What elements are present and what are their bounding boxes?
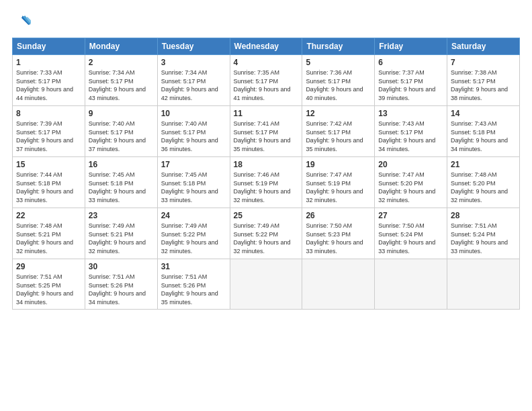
day-info: Sunrise: 7:50 AMSunset: 5:23 PMDaylight:… bbox=[306, 222, 371, 255]
day-info: Sunrise: 7:38 AMSunset: 5:17 PMDaylight:… bbox=[451, 68, 516, 102]
day-info: Sunrise: 7:49 AMSunset: 5:21 PMDaylight:… bbox=[89, 222, 154, 255]
day-number: 14 bbox=[451, 109, 516, 118]
day-number: 8 bbox=[16, 109, 81, 118]
day-number: 16 bbox=[89, 160, 154, 169]
logo bbox=[12, 12, 34, 31]
calendar-cell: 31Sunrise: 7:51 AMSunset: 5:26 PMDayligh… bbox=[157, 259, 230, 310]
day-number: 22 bbox=[16, 211, 81, 220]
col-header-friday: Friday bbox=[375, 38, 447, 55]
logo-icon bbox=[12, 12, 31, 31]
header bbox=[12, 12, 520, 31]
calendar-cell: 9Sunrise: 7:40 AMSunset: 5:17 PMDaylight… bbox=[85, 106, 157, 157]
day-info: Sunrise: 7:35 AMSunset: 5:17 PMDaylight:… bbox=[234, 68, 299, 102]
week-row-2: 8Sunrise: 7:39 AMSunset: 5:17 PMDaylight… bbox=[13, 106, 520, 157]
day-number: 3 bbox=[161, 58, 226, 67]
calendar-cell: 6Sunrise: 7:37 AMSunset: 5:17 PMDaylight… bbox=[375, 55, 447, 106]
day-number: 21 bbox=[451, 160, 516, 169]
day-number: 11 bbox=[234, 109, 299, 118]
day-number: 31 bbox=[161, 262, 226, 271]
day-number: 25 bbox=[234, 211, 299, 220]
day-number: 4 bbox=[234, 58, 299, 67]
calendar-cell: 8Sunrise: 7:39 AMSunset: 5:17 PMDaylight… bbox=[13, 106, 85, 157]
week-row-5: 29Sunrise: 7:51 AMSunset: 5:25 PMDayligh… bbox=[13, 259, 520, 310]
day-number: 9 bbox=[89, 109, 154, 118]
calendar-cell: 25Sunrise: 7:49 AMSunset: 5:22 PMDayligh… bbox=[230, 208, 302, 259]
col-header-thursday: Thursday bbox=[302, 38, 375, 55]
day-info: Sunrise: 7:43 AMSunset: 5:17 PMDaylight:… bbox=[378, 120, 443, 153]
day-number: 10 bbox=[161, 109, 226, 118]
calendar-cell: 13Sunrise: 7:43 AMSunset: 5:17 PMDayligh… bbox=[375, 106, 447, 157]
day-number: 12 bbox=[306, 109, 371, 118]
day-number: 23 bbox=[89, 211, 154, 220]
day-number: 7 bbox=[451, 58, 516, 67]
calendar-header-row: SundayMondayTuesdayWednesdayThursdayFrid… bbox=[13, 38, 520, 55]
day-number: 26 bbox=[306, 211, 371, 220]
day-number: 17 bbox=[161, 160, 226, 169]
day-info: Sunrise: 7:44 AMSunset: 5:18 PMDaylight:… bbox=[16, 171, 81, 204]
day-number: 2 bbox=[89, 58, 154, 67]
day-info: Sunrise: 7:51 AMSunset: 5:26 PMDaylight:… bbox=[161, 273, 226, 306]
day-info: Sunrise: 7:49 AMSunset: 5:22 PMDaylight:… bbox=[161, 222, 226, 255]
col-header-tuesday: Tuesday bbox=[157, 38, 230, 55]
day-info: Sunrise: 7:40 AMSunset: 5:17 PMDaylight:… bbox=[89, 120, 154, 153]
day-number: 18 bbox=[234, 160, 299, 169]
calendar-cell: 22Sunrise: 7:48 AMSunset: 5:21 PMDayligh… bbox=[13, 208, 85, 259]
calendar-cell bbox=[375, 259, 447, 310]
calendar-cell: 28Sunrise: 7:51 AMSunset: 5:24 PMDayligh… bbox=[447, 208, 520, 259]
col-header-sunday: Sunday bbox=[13, 38, 85, 55]
calendar-cell: 2Sunrise: 7:34 AMSunset: 5:17 PMDaylight… bbox=[85, 55, 157, 106]
day-info: Sunrise: 7:46 AMSunset: 5:19 PMDaylight:… bbox=[234, 171, 299, 204]
calendar-cell: 21Sunrise: 7:48 AMSunset: 5:20 PMDayligh… bbox=[447, 157, 520, 208]
calendar-cell: 29Sunrise: 7:51 AMSunset: 5:25 PMDayligh… bbox=[13, 259, 85, 310]
day-info: Sunrise: 7:48 AMSunset: 5:21 PMDaylight:… bbox=[16, 222, 81, 255]
week-row-1: 1Sunrise: 7:33 AMSunset: 5:17 PMDaylight… bbox=[13, 55, 520, 106]
col-header-saturday: Saturday bbox=[447, 38, 520, 55]
calendar-cell: 10Sunrise: 7:40 AMSunset: 5:17 PMDayligh… bbox=[157, 106, 230, 157]
day-info: Sunrise: 7:39 AMSunset: 5:17 PMDaylight:… bbox=[16, 120, 81, 153]
calendar-cell: 19Sunrise: 7:47 AMSunset: 5:19 PMDayligh… bbox=[302, 157, 375, 208]
day-info: Sunrise: 7:43 AMSunset: 5:18 PMDaylight:… bbox=[451, 120, 516, 153]
day-info: Sunrise: 7:49 AMSunset: 5:22 PMDaylight:… bbox=[234, 222, 299, 255]
day-info: Sunrise: 7:51 AMSunset: 5:24 PMDaylight:… bbox=[451, 222, 516, 255]
week-row-4: 22Sunrise: 7:48 AMSunset: 5:21 PMDayligh… bbox=[13, 208, 520, 259]
calendar-cell: 24Sunrise: 7:49 AMSunset: 5:22 PMDayligh… bbox=[157, 208, 230, 259]
calendar-cell: 4Sunrise: 7:35 AMSunset: 5:17 PMDaylight… bbox=[230, 55, 302, 106]
calendar-cell: 15Sunrise: 7:44 AMSunset: 5:18 PMDayligh… bbox=[13, 157, 85, 208]
calendar-cell: 16Sunrise: 7:45 AMSunset: 5:18 PMDayligh… bbox=[85, 157, 157, 208]
day-number: 15 bbox=[16, 160, 81, 169]
calendar-cell: 7Sunrise: 7:38 AMSunset: 5:17 PMDaylight… bbox=[447, 55, 520, 106]
calendar-cell: 26Sunrise: 7:50 AMSunset: 5:23 PMDayligh… bbox=[302, 208, 375, 259]
day-info: Sunrise: 7:50 AMSunset: 5:24 PMDaylight:… bbox=[378, 222, 443, 255]
col-header-wednesday: Wednesday bbox=[230, 38, 302, 55]
week-row-3: 15Sunrise: 7:44 AMSunset: 5:18 PMDayligh… bbox=[13, 157, 520, 208]
calendar-cell bbox=[302, 259, 375, 310]
calendar-cell bbox=[447, 259, 520, 310]
day-number: 30 bbox=[89, 262, 154, 271]
calendar-cell: 5Sunrise: 7:36 AMSunset: 5:17 PMDaylight… bbox=[302, 55, 375, 106]
day-info: Sunrise: 7:34 AMSunset: 5:17 PMDaylight:… bbox=[89, 68, 154, 102]
day-info: Sunrise: 7:45 AMSunset: 5:18 PMDaylight:… bbox=[89, 171, 154, 204]
calendar-table: SundayMondayTuesdayWednesdayThursdayFrid… bbox=[12, 38, 520, 310]
calendar-cell: 11Sunrise: 7:41 AMSunset: 5:17 PMDayligh… bbox=[230, 106, 302, 157]
day-number: 13 bbox=[378, 109, 443, 118]
day-info: Sunrise: 7:41 AMSunset: 5:17 PMDaylight:… bbox=[234, 120, 299, 153]
day-info: Sunrise: 7:48 AMSunset: 5:20 PMDaylight:… bbox=[451, 171, 516, 204]
day-info: Sunrise: 7:51 AMSunset: 5:25 PMDaylight:… bbox=[16, 273, 81, 306]
day-number: 6 bbox=[378, 58, 443, 67]
day-number: 29 bbox=[16, 262, 81, 271]
calendar-cell: 30Sunrise: 7:51 AMSunset: 5:26 PMDayligh… bbox=[85, 259, 157, 310]
calendar-cell: 12Sunrise: 7:42 AMSunset: 5:17 PMDayligh… bbox=[302, 106, 375, 157]
calendar-cell: 1Sunrise: 7:33 AMSunset: 5:17 PMDaylight… bbox=[13, 55, 85, 106]
day-number: 28 bbox=[451, 211, 516, 220]
page: SundayMondayTuesdayWednesdayThursdayFrid… bbox=[0, 0, 532, 411]
day-info: Sunrise: 7:36 AMSunset: 5:17 PMDaylight:… bbox=[306, 68, 371, 102]
calendar-cell: 17Sunrise: 7:45 AMSunset: 5:18 PMDayligh… bbox=[157, 157, 230, 208]
day-info: Sunrise: 7:37 AMSunset: 5:17 PMDaylight:… bbox=[378, 68, 443, 102]
calendar-cell: 23Sunrise: 7:49 AMSunset: 5:21 PMDayligh… bbox=[85, 208, 157, 259]
day-info: Sunrise: 7:34 AMSunset: 5:17 PMDaylight:… bbox=[161, 68, 226, 102]
calendar-cell: 20Sunrise: 7:47 AMSunset: 5:20 PMDayligh… bbox=[375, 157, 447, 208]
day-info: Sunrise: 7:47 AMSunset: 5:20 PMDaylight:… bbox=[378, 171, 443, 204]
day-number: 5 bbox=[306, 58, 371, 67]
day-number: 24 bbox=[161, 211, 226, 220]
day-info: Sunrise: 7:51 AMSunset: 5:26 PMDaylight:… bbox=[89, 273, 154, 306]
